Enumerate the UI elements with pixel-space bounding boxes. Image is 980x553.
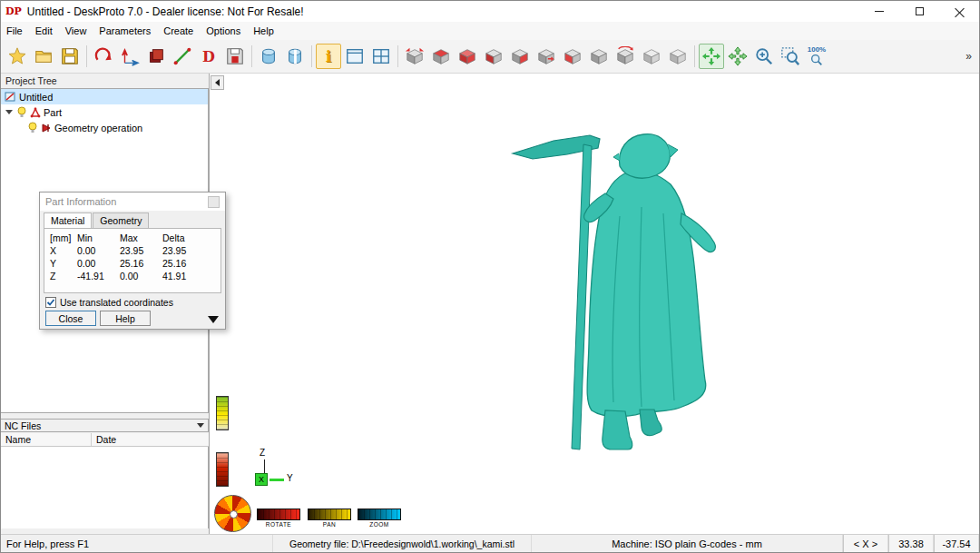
help-button[interactable]: Help bbox=[100, 311, 151, 326]
view-iso-cube-button[interactable] bbox=[586, 44, 612, 69]
tree-item-part[interactable]: Part bbox=[1, 104, 208, 120]
close-button[interactable] bbox=[939, 1, 979, 22]
part-icon bbox=[30, 107, 41, 118]
nc-files-label: NC Files bbox=[5, 420, 41, 431]
nc-files-dropdown-icon[interactable] bbox=[197, 423, 204, 428]
chevron-down-icon[interactable] bbox=[5, 110, 13, 114]
rotate-view-cube-button[interactable] bbox=[402, 44, 427, 69]
progress-gradient-bar[interactable] bbox=[216, 396, 229, 430]
pan-view-button[interactable] bbox=[699, 44, 724, 69]
part-information-dialog: Part Information Material Geometry [mm] … bbox=[39, 192, 226, 330]
save-button[interactable] bbox=[57, 44, 83, 69]
measure-icon bbox=[172, 46, 192, 66]
zoom-100-button[interactable]: 100% bbox=[804, 44, 829, 69]
maximize-button[interactable] bbox=[899, 1, 939, 22]
view-default-cube-icon bbox=[642, 46, 662, 66]
checkbox-check-icon[interactable] bbox=[45, 297, 56, 308]
view-front-cube-button[interactable] bbox=[455, 44, 480, 69]
tree-item-label: Untitled bbox=[19, 92, 53, 103]
zoom-window-button[interactable] bbox=[778, 44, 803, 69]
status-help-text: For Help, press F1 bbox=[1, 535, 273, 552]
collapse-panel-button[interactable] bbox=[211, 75, 224, 90]
menu-edit[interactable]: Edit bbox=[35, 25, 53, 36]
view-top-cube-button[interactable] bbox=[428, 44, 454, 69]
dialog-title-bar[interactable]: Part Information bbox=[40, 193, 225, 211]
window-title: Untitled - DeskProto 7.0 - Dealer licens… bbox=[27, 5, 304, 18]
viewport-quad-button[interactable] bbox=[368, 44, 394, 69]
viewport-single-button[interactable] bbox=[342, 44, 368, 69]
open-button[interactable] bbox=[31, 44, 56, 69]
col-header-max: Max bbox=[120, 232, 162, 243]
save-image-icon bbox=[225, 46, 245, 66]
model-3d-kami-figure[interactable] bbox=[504, 130, 717, 452]
menu-file[interactable]: File bbox=[6, 25, 23, 36]
view-left-cube-button[interactable] bbox=[507, 44, 533, 69]
menu-help[interactable]: Help bbox=[253, 25, 274, 36]
rotate-slider[interactable] bbox=[257, 509, 300, 520]
tree-item-label: Geometry operation bbox=[54, 123, 142, 133]
toolbar-overflow-button[interactable]: » bbox=[962, 50, 975, 63]
save-icon bbox=[60, 46, 80, 66]
part-information-button[interactable]: i bbox=[316, 44, 341, 69]
view-right-cube-button[interactable] bbox=[534, 44, 559, 69]
bulb-icon[interactable] bbox=[16, 106, 27, 118]
project-icon bbox=[5, 91, 16, 103]
view-back-cube-button[interactable] bbox=[481, 44, 506, 69]
table-row-y-axis: Y bbox=[50, 258, 77, 269]
table-row-z-axis: Z bbox=[50, 271, 77, 281]
viewport-quad-icon bbox=[371, 46, 391, 66]
measure-button[interactable] bbox=[170, 44, 195, 69]
spin-view-cube-icon bbox=[615, 46, 635, 66]
view-back-cube-icon bbox=[484, 46, 504, 66]
menu-parameters[interactable]: Parameters bbox=[99, 25, 151, 36]
part-information-icon: i bbox=[326, 47, 331, 65]
perspective-cube-button[interactable] bbox=[665, 44, 691, 69]
nc-col-date[interactable]: Date bbox=[92, 433, 121, 446]
dialog-table: [mm] Min Max Delta X 0.00 23.95 23.95 Y … bbox=[44, 228, 221, 293]
project-tree-header: Project Tree bbox=[1, 74, 209, 88]
cylinder-view-button[interactable] bbox=[256, 44, 281, 69]
col-header-min: Min bbox=[77, 232, 120, 243]
cylinder-section-button[interactable] bbox=[282, 44, 308, 69]
view-default-cube-button[interactable] bbox=[639, 44, 664, 69]
app-logo-icon: DP bbox=[5, 5, 22, 17]
zoom-slider[interactable] bbox=[358, 509, 401, 520]
nc-files-list[interactable] bbox=[1, 447, 209, 528]
save-image-button[interactable] bbox=[222, 44, 248, 69]
status-axis-toggle[interactable]: < X > bbox=[843, 535, 888, 552]
menu-options[interactable]: Options bbox=[206, 25, 240, 36]
zoom-in-button[interactable] bbox=[751, 44, 777, 69]
table-row-x-delta: 23.95 bbox=[162, 245, 210, 256]
bulb-icon[interactable] bbox=[27, 122, 38, 133]
table-row-x-axis: X bbox=[50, 245, 77, 256]
pan-slider[interactable] bbox=[308, 509, 351, 520]
view-bottom-cube-button[interactable] bbox=[560, 44, 585, 69]
tab-geometry[interactable]: Geometry bbox=[93, 212, 149, 228]
spin-view-cube-button[interactable] bbox=[612, 44, 638, 69]
rotate-dial[interactable] bbox=[214, 495, 251, 532]
depth-gradient-bar[interactable] bbox=[216, 452, 229, 487]
close-dialog-button[interactable]: Close bbox=[45, 311, 96, 326]
translated-coordinates-checkbox[interactable]: Use translated coordinates bbox=[45, 297, 220, 308]
new-button[interactable] bbox=[5, 44, 30, 69]
rotate-part-button[interactable] bbox=[91, 44, 116, 69]
new-icon bbox=[7, 46, 27, 66]
tree-item-geometry-operation[interactable]: Geometry operation bbox=[1, 120, 208, 135]
tab-material[interactable]: Material bbox=[44, 212, 92, 228]
dialog-close-icon[interactable] bbox=[208, 196, 220, 208]
tree-item-untitled[interactable]: Untitled bbox=[1, 89, 208, 104]
operation-icon bbox=[41, 123, 52, 133]
translate-part-button[interactable] bbox=[143, 44, 169, 69]
viewport-3d[interactable]: Z X Y ROTATE PAN ZOOM bbox=[210, 74, 979, 534]
nc-col-name[interactable]: Name bbox=[1, 433, 92, 446]
dialog-expand-icon[interactable] bbox=[208, 316, 219, 323]
menu-create[interactable]: Create bbox=[163, 25, 193, 36]
menu-view[interactable]: View bbox=[65, 25, 87, 36]
nc-files-header[interactable]: NC Files bbox=[1, 419, 209, 432]
minimize-button[interactable] bbox=[859, 1, 899, 22]
move-view-button[interactable] bbox=[725, 44, 750, 69]
transform-part-button[interactable] bbox=[117, 44, 142, 69]
axis-z-label: Z bbox=[260, 448, 265, 458]
deskproto-d-button[interactable]: D bbox=[196, 44, 221, 69]
axis-x-indicator: X bbox=[255, 473, 268, 486]
